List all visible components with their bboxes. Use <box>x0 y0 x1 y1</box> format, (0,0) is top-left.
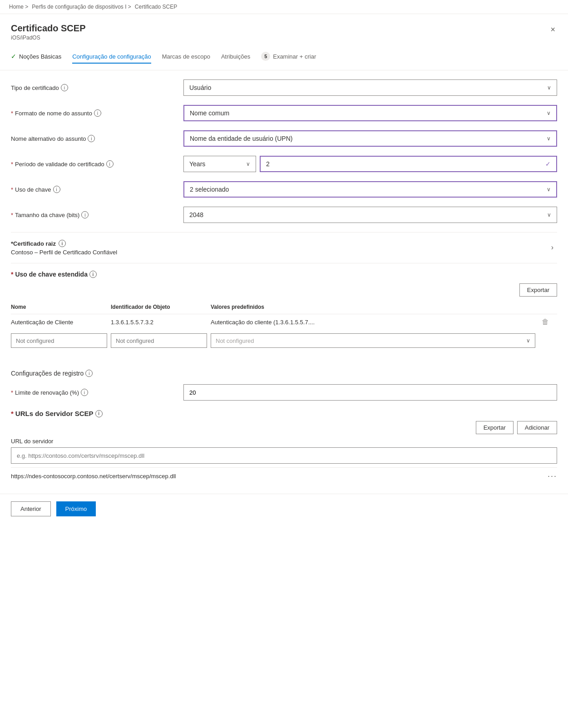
key-size-info-icon[interactable]: i <box>81 211 89 218</box>
col-actions-header <box>539 300 557 314</box>
key-usage-dropdown[interactable]: 2 selecionado ∨ <box>183 181 557 198</box>
period-row: Years ∨ 2 ✓ <box>183 156 557 172</box>
key-size-label: * Tamanho da chave (bits) i <box>11 211 183 218</box>
renewal-input[interactable] <box>183 384 557 401</box>
subject-name-info-icon[interactable]: i <box>94 109 101 117</box>
panel-title: Certificado SCEP iOS/iPadOS <box>11 23 85 41</box>
chevron-right-icon[interactable]: › <box>548 240 557 255</box>
subject-name-row: * Formato de nome do assunto i Nome comu… <box>11 105 557 121</box>
eku-new-name-input[interactable] <box>11 333 107 348</box>
chevron-down-icon: ∨ <box>547 186 551 193</box>
breadcrumb-profiles[interactable]: Perfis de configuração de dispositivos I… <box>32 4 131 10</box>
cert-validity-info-icon[interactable]: i <box>106 160 114 168</box>
eku-new-oid-input[interactable] <box>111 333 207 348</box>
wizard-step-scope-label: Marcas de escopo <box>162 53 210 60</box>
scep-export-button[interactable]: Exportar <box>476 421 514 434</box>
chevron-down-icon: ∨ <box>547 84 551 91</box>
key-usage-info-icon[interactable]: i <box>53 186 60 193</box>
root-cert-section: *Certificado raiz i Contoso – Perfil de … <box>11 232 557 263</box>
key-usage-control: 2 selecionado ∨ <box>183 181 557 198</box>
subject-alt-control: Nome da entidade de usuário (UPN) ∨ <box>183 130 557 147</box>
period-unit-dropdown[interactable]: Years ∨ <box>183 156 256 172</box>
eku-section: * Uso de chave estendida i Exportar Nome… <box>11 271 557 352</box>
eku-table-body: Autenticação de Cliente 1.3.6.1.5.5.7.3.… <box>11 314 557 352</box>
wizard-step-review-label: Examinar + criar <box>273 53 316 60</box>
root-cert-info-icon[interactable]: i <box>59 240 66 247</box>
wizard-step-basics[interactable]: ✓ Noções Básicas <box>11 53 61 64</box>
cert-type-value: Usuário <box>189 84 211 91</box>
wizard-step-assignments-label: Atribuições <box>221 53 250 60</box>
subject-name-value: Nome comum <box>190 109 229 117</box>
url-input[interactable] <box>11 447 557 464</box>
scep-actions: Exportar Adicionar <box>11 421 557 434</box>
breadcrumb-home[interactable]: Home > <box>9 4 28 10</box>
wizard-step-review[interactable]: 5 Examinar + criar <box>261 52 316 64</box>
eku-new-row: Not configured ∨ <box>11 330 557 352</box>
scep-title: * URLs do Servidor SCEP i <box>11 410 557 417</box>
period-number-value: 2 <box>266 160 270 168</box>
breadcrumb: Home > Perfis de configuração de disposi… <box>0 0 568 14</box>
cert-type-info-icon[interactable]: i <box>61 84 68 91</box>
eku-new-delete-cell <box>539 330 557 352</box>
cert-validity-row: * Período de validade do certificado i Y… <box>11 156 557 172</box>
page-wrapper: Home > Perfis de configuração de disposi… <box>0 0 568 728</box>
eku-export-row: Exportar <box>11 283 557 297</box>
subject-name-dropdown[interactable]: Nome comum ∨ <box>183 105 557 121</box>
eku-new-name-cell <box>11 330 111 352</box>
root-cert-content: *Certificado raiz i Contoso – Perfil de … <box>11 240 117 256</box>
registry-title: Configurações de registro i <box>11 370 557 377</box>
wizard-step-assignments[interactable]: Atribuições <box>221 53 250 64</box>
eku-title: * Uso de chave estendida i <box>11 271 557 278</box>
url-value: https://ndes-contosocorp.contoso.net/cer… <box>11 473 176 480</box>
renewal-row: * Limite de renovação (%) i <box>11 384 557 401</box>
registry-section: Configurações de registro i * Limite de … <box>11 362 557 401</box>
root-cert-value: Contoso – Perfil de Certificado Confiáve… <box>11 249 117 256</box>
eku-header-row: Nome Identificador de Objeto Valores pre… <box>11 300 557 314</box>
subject-name-label: * Formato de nome do assunto i <box>11 109 183 117</box>
url-label-text: URL do servidor <box>11 438 53 445</box>
cert-validity-control: Years ∨ 2 ✓ <box>183 156 557 172</box>
eku-info-icon[interactable]: i <box>89 271 97 278</box>
eku-new-values-dropdown[interactable]: Not configured ∨ <box>211 333 535 348</box>
back-button[interactable]: Anterior <box>11 501 51 516</box>
subject-alt-row: Nome alternativo do assunto i Nome da en… <box>11 130 557 147</box>
key-size-dropdown[interactable]: 2048 ∨ <box>183 207 557 223</box>
wizard-nav: ✓ Noções Básicas Configuração de configu… <box>0 46 568 70</box>
subject-alt-info-icon[interactable]: i <box>88 135 95 142</box>
wizard-step-config-label: Configuração de configuração <box>72 53 151 60</box>
eku-export-button[interactable]: Exportar <box>519 283 557 297</box>
renewal-label: * Limite de renovação (%) i <box>11 389 183 396</box>
cert-type-control: Usuário ∨ <box>183 79 557 96</box>
subject-alt-dropdown[interactable]: Nome da entidade de usuário (UPN) ∨ <box>183 130 557 147</box>
wizard-step-scope[interactable]: Marcas de escopo <box>162 53 210 64</box>
eku-row-oid: 1.3.6.1.5.5.7.3.2 <box>111 314 211 330</box>
wizard-step-config[interactable]: Configuração de configuração <box>72 53 151 64</box>
eku-row-name: Autenticação de Cliente <box>11 314 111 330</box>
breadcrumb-current: Certificado SCEP <box>135 4 177 10</box>
close-button[interactable]: × <box>548 23 557 36</box>
key-size-control: 2048 ∨ <box>183 207 557 223</box>
table-row: Autenticação de Cliente 1.3.6.1.5.5.7.3.… <box>11 314 557 330</box>
cert-validity-label: * Período de validade do certificado i <box>11 160 183 168</box>
subject-name-control: Nome comum ∨ <box>183 105 557 121</box>
registry-info-icon[interactable]: i <box>85 370 93 377</box>
next-button[interactable]: Próximo <box>56 501 96 516</box>
eku-table: Nome Identificador de Objeto Valores pre… <box>11 300 557 352</box>
chevron-down-icon: ∨ <box>547 110 551 116</box>
cert-type-label: Tipo de certificado i <box>11 84 183 91</box>
renewal-info-icon[interactable]: i <box>81 389 88 396</box>
period-number-input[interactable]: 2 ✓ <box>260 156 557 172</box>
col-oid-header: Identificador de Objeto <box>111 300 211 314</box>
more-options-icon[interactable]: ··· <box>548 471 557 481</box>
panel-title-text: Certificado SCEP <box>11 23 85 34</box>
key-usage-value: 2 selecionado <box>190 186 229 193</box>
panel-subtitle: iOS/iPadOS <box>11 35 85 41</box>
eku-new-values-text: Not configured <box>211 335 522 347</box>
cert-type-dropdown[interactable]: Usuário ∨ <box>183 79 557 96</box>
eku-new-oid-cell <box>111 330 211 352</box>
scep-info-icon[interactable]: i <box>95 410 103 417</box>
col-values-header: Valores predefinidos <box>211 300 539 314</box>
key-usage-label: * Uso de chave i <box>11 186 183 193</box>
scep-add-button[interactable]: Adicionar <box>517 421 557 434</box>
delete-icon[interactable]: 🗑 <box>539 317 552 327</box>
